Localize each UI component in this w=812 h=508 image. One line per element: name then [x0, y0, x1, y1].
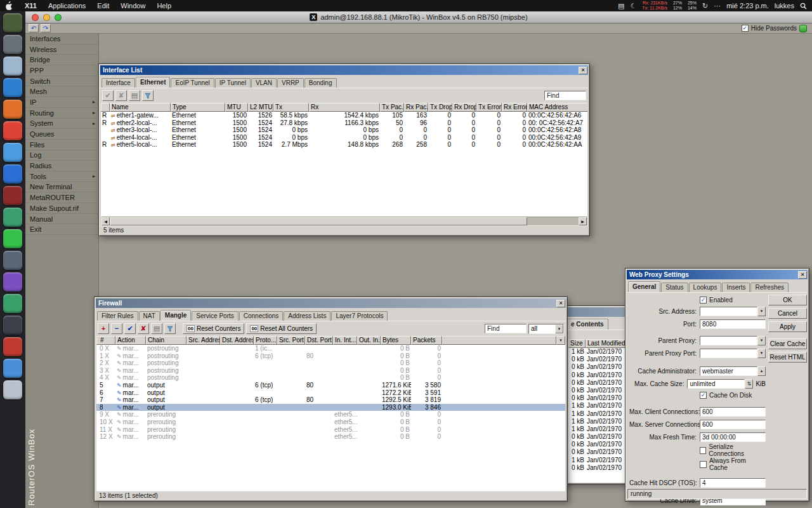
column-type[interactable]: Type [171, 103, 225, 112]
close-window-button[interactable] [32, 14, 39, 21]
dock-app-icon[interactable] [3, 35, 22, 54]
sidebar-item[interactable]: Interfaces ▸ [25, 34, 98, 44]
enabled-checkbox[interactable]: ✓ [700, 297, 707, 304]
src-address-field[interactable] [700, 307, 757, 316]
menu-item[interactable]: Applications [43, 0, 91, 11]
menu-item[interactable]: Edit [91, 0, 115, 11]
sidebar-item[interactable]: Wireless ▸ [25, 44, 98, 55]
remove-rule-icon[interactable]: − [111, 323, 122, 334]
mangle-rule-row[interactable]: 10 X ✎mar... prerouting ether5... [96, 418, 565, 426]
mangle-rule-row[interactable]: 1 X ✎mar... postrouting 6 (tcp) 80 [96, 352, 565, 360]
scroll-left-icon[interactable]: ◀ [102, 217, 110, 225]
disable-rule-icon[interactable]: ✘ [138, 323, 149, 334]
dock-app-icon[interactable] [3, 229, 22, 248]
sidebar-item[interactable]: Manual ▸ [25, 214, 98, 225]
reset-html-button[interactable]: Reset HTML [768, 352, 807, 363]
tab[interactable]: Filter Rules [97, 311, 138, 321]
mangle-rule-row[interactable]: 3 X ✎mar... postrouting [96, 367, 565, 375]
chevron-up-icon[interactable]: ▲ [757, 366, 766, 376]
apple-menu-icon[interactable] [5, 1, 14, 10]
column-rx[interactable]: Rx [309, 103, 380, 112]
column-chain[interactable]: Chain [146, 336, 187, 345]
dock-app-icon[interactable] [3, 121, 22, 140]
column-mtu[interactable]: MTU [225, 103, 248, 112]
horizontal-scrollbar[interactable]: ◀ ▶ [102, 217, 587, 225]
dock-app-icon[interactable] [3, 100, 22, 119]
filter-icon[interactable] [164, 323, 176, 334]
column-tx-packet[interactable]: Tx Pac... [380, 103, 404, 112]
ok-button[interactable]: OK [768, 295, 807, 305]
reset-counters-button[interactable]: 00 Reset Counters [183, 323, 244, 334]
overflow-dots-icon[interactable]: ⋯ [714, 0, 721, 11]
sidebar-item[interactable]: Files ▸ [25, 140, 98, 150]
dock-app-icon[interactable] [3, 380, 22, 399]
comment-icon[interactable]: ▤ [151, 323, 162, 334]
column-rx-errors[interactable]: Rx Errors [502, 103, 527, 112]
tab[interactable]: Refreshes [750, 283, 789, 292]
column-protocol[interactable]: Proto... [254, 336, 277, 345]
dock-app-icon[interactable] [3, 78, 22, 97]
dock-app-icon[interactable] [3, 143, 22, 162]
tab[interactable]: Interface [102, 78, 135, 88]
column-out-interface[interactable]: Out. In... [357, 336, 381, 345]
interface-list-title-bar[interactable]: Interface List ✕ [100, 65, 588, 75]
sidebar-item[interactable]: Routing ▸ [25, 108, 98, 119]
dock-app-icon[interactable] [3, 272, 22, 291]
dock-app-icon[interactable] [3, 57, 22, 76]
tab[interactable]: Address Lists [284, 311, 331, 321]
sidebar-item[interactable]: Tools ▸ [25, 171, 98, 182]
chevron-down-icon[interactable]: ▼ [757, 336, 766, 345]
tab[interactable]: VRRP [277, 78, 304, 88]
tab[interactable]: IP Tunnel [215, 78, 251, 88]
mangle-rule-row[interactable]: 6 ✎mar... output [96, 389, 565, 397]
menu-item[interactable]: Help [151, 0, 177, 11]
column-dst-address[interactable]: Dst. Address [220, 336, 254, 345]
sync-icon[interactable]: ↻ [702, 0, 708, 11]
column-mac-address[interactable]: MAC Address [527, 103, 587, 112]
sidebar-item[interactable]: IP ▸ [25, 97, 98, 108]
tab[interactable]: Lookups [689, 283, 722, 292]
mangle-rule-row[interactable]: 12 X ✎mar... prerouting ether5... [96, 433, 565, 441]
sidebar-item[interactable]: Log ▸ [25, 150, 98, 161]
parent-proxy-port-field[interactable] [700, 349, 757, 358]
parent-proxy-field[interactable] [700, 336, 757, 345]
dock-app-icon[interactable] [3, 359, 22, 378]
sidebar-item[interactable]: Make Supout.rif ▸ [25, 203, 98, 214]
column-flags[interactable] [101, 103, 110, 112]
cpu-meter[interactable]: 27% 12% [673, 1, 682, 11]
close-icon[interactable]: ✕ [798, 271, 807, 279]
tab[interactable]: Mangle [160, 310, 191, 321]
comment-icon[interactable]: ▤ [129, 90, 140, 101]
sidebar-item[interactable]: New Terminal ▸ [25, 182, 98, 193]
tab[interactable]: Status [661, 283, 688, 292]
dock-app-icon[interactable] [3, 251, 22, 270]
apply-button[interactable]: Apply [768, 321, 807, 332]
mangle-rule-row[interactable]: 7 ✎mar... output 6 (tcp) 80 [96, 396, 565, 404]
column-dst-port[interactable]: Dst. Port [305, 336, 333, 345]
dock-app-icon[interactable] [3, 294, 22, 313]
tab[interactable]: Inserts [722, 283, 750, 292]
filter-icon[interactable] [142, 90, 154, 101]
chain-filter-combobox[interactable]: all ▼ [528, 324, 564, 334]
firewall-title-bar[interactable]: Firewall ✕ [96, 298, 566, 308]
enable-interface-icon[interactable]: ✔ [102, 90, 114, 101]
dock-app-icon[interactable] [3, 208, 22, 227]
interface-row[interactable]: R ⇄ether2-local-... Ethernet 1500 1524 2… [101, 119, 587, 127]
mangle-rule-row[interactable]: 2 X ✎mar... postrouting [96, 359, 565, 367]
display-sleep-icon[interactable]: ☾ [630, 0, 636, 11]
cache-administrator-field[interactable] [700, 366, 757, 376]
add-rule-icon[interactable]: + [98, 323, 109, 334]
zoom-window-button[interactable] [55, 14, 62, 21]
tab[interactable]: EoIP Tunnel [171, 78, 214, 88]
find-input[interactable] [485, 324, 527, 333]
column-rx-packet[interactable]: Rx Pac... [404, 103, 428, 112]
spotlight-icon[interactable] [800, 3, 807, 10]
network-throughput-indicator[interactable]: Rx: 231KB/s Tx: 11.2KB/s [642, 1, 667, 11]
menu-item[interactable]: X11 [19, 0, 43, 11]
interface-row[interactable]: R ⇄ether5-local-... Ethernet 1500 1524 2… [101, 141, 587, 149]
mangle-rule-row[interactable]: 8 ✎mar... output [96, 404, 565, 411]
hide-passwords-checkbox[interactable]: ✓ [742, 25, 749, 32]
column-tx-errors[interactable]: Tx Errors [476, 103, 502, 112]
dock-app-icon[interactable] [3, 164, 22, 184]
close-icon[interactable]: ✕ [579, 67, 587, 74]
